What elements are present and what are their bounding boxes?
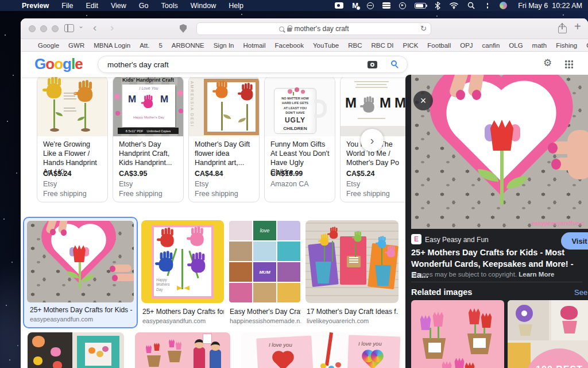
reload-icon[interactable]: ↻ xyxy=(420,24,427,33)
product-merchant: Etsy xyxy=(346,180,360,188)
shopping-card-1[interactable]: We're Growing Like a Flower / Hands Hand… xyxy=(37,76,108,202)
gear-icon[interactable]: ⚙ xyxy=(543,57,552,69)
close-window-button[interactable] xyxy=(29,25,36,32)
minimize-window-button[interactable] xyxy=(40,25,47,32)
collage-tile xyxy=(253,283,276,302)
result-caption[interactable]: 25+ Mothers Day Crafts for Kids - Mo... xyxy=(30,306,134,314)
share-icon[interactable] xyxy=(558,23,567,33)
menu-file[interactable]: File xyxy=(61,2,73,10)
result-caption[interactable]: 25+ Mothers Day Crafts for Ki... xyxy=(142,308,224,316)
bookmark-pick[interactable]: PICK xyxy=(403,42,418,49)
wifi-icon[interactable] xyxy=(449,0,459,11)
result-domain: easypeasyandfun.com xyxy=(30,316,134,323)
handprint-shape xyxy=(363,101,374,113)
related-image-1[interactable] xyxy=(411,300,504,368)
tulip-shape xyxy=(454,358,465,368)
address-bar[interactable]: mother's day craft ↻ xyxy=(196,22,431,35)
bookmark-rbcdi[interactable]: RBC DI xyxy=(371,42,393,49)
google-search-icon[interactable] xyxy=(391,60,397,66)
result-caption[interactable]: Easy Mother's Day Craf... xyxy=(230,308,301,316)
result-caption[interactable]: 17 Mother's Day Craft Ideas f... xyxy=(307,308,399,316)
google-logo[interactable]: Google xyxy=(34,55,83,73)
see-more-link[interactable]: See more xyxy=(574,288,588,297)
close-panel-button[interactable]: × xyxy=(413,91,433,110)
ribbon-shape xyxy=(325,332,333,366)
bookmark-rbc[interactable]: RBC xyxy=(348,42,362,49)
product-merchant: Etsy xyxy=(195,180,208,188)
result-thumbnail-selected[interactable] xyxy=(27,221,134,302)
sidebar-icon[interactable] xyxy=(64,24,74,32)
bookmark-youtube[interactable]: YouTube xyxy=(313,42,339,49)
bookmark-opj[interactable]: OPJ xyxy=(460,42,473,49)
bookmark-football[interactable]: Football xyxy=(427,42,451,49)
related-images-heading: Related images xyxy=(411,288,472,297)
result-thumbnail-2[interactable]: Happy Mothers Day xyxy=(141,220,224,303)
bookmark-hotmail[interactable]: Hotmail xyxy=(243,42,266,49)
bookmark-fishing[interactable]: Fishing xyxy=(556,42,577,49)
collage-tile xyxy=(229,221,252,240)
bluetooth-icon[interactable] xyxy=(435,0,440,11)
menu-tools[interactable]: Tools xyxy=(161,2,178,10)
menu-go[interactable]: Go xyxy=(139,2,149,10)
bookmark-signin[interactable]: Sign In xyxy=(214,42,234,49)
bookmark-5[interactable]: 5 xyxy=(158,42,162,49)
chevron-down-icon[interactable]: ⌄ xyxy=(78,22,84,29)
product-merchant: Amazon CA xyxy=(270,180,309,188)
result-thumbnail-4[interactable] xyxy=(305,220,399,303)
collage-tile xyxy=(277,283,300,302)
zoom-window-button[interactable] xyxy=(52,25,59,32)
globe-icon[interactable] xyxy=(367,0,374,11)
bookmark-gwr[interactable]: GWR xyxy=(68,42,84,49)
forward-button[interactable]: › xyxy=(110,22,114,33)
window-controls[interactable] xyxy=(29,25,59,32)
result-thumbnail-3[interactable]: love MUM xyxy=(229,220,301,303)
privacy-shield-icon[interactable] xyxy=(180,24,187,33)
spotlight-search-icon[interactable] xyxy=(467,0,475,11)
menu-window[interactable]: Window xyxy=(191,2,216,10)
music-recognition-icon[interactable] xyxy=(399,0,406,11)
google-apps-icon[interactable] xyxy=(564,60,573,68)
menu-view[interactable]: View xyxy=(111,2,126,10)
app-menu-preview[interactable]: Preview xyxy=(22,2,49,10)
preview-image[interactable]: easypeasyandfun.c xyxy=(411,75,588,229)
product-price: CA$5.24 xyxy=(43,170,71,178)
google-search-input[interactable]: mother's day craft xyxy=(98,56,408,73)
site-name[interactable]: Easy Peasy and Fun xyxy=(425,236,489,244)
new-tab-button[interactable]: + xyxy=(574,20,581,33)
back-button[interactable]: ‹ xyxy=(93,22,96,33)
pot-shape xyxy=(167,351,182,362)
selected-result-card[interactable]: 25+ Mothers Day Crafts for Kids - Mo... … xyxy=(23,217,138,328)
nail-shape xyxy=(50,229,56,235)
bookmark-mbna[interactable]: MBNA Login xyxy=(94,42,130,49)
shopping-card-3[interactable]: AMRENSIA DESI Mother's Day Gift flower i… xyxy=(188,76,260,202)
gmail-icon[interactable]: M xyxy=(352,0,358,11)
result-thumbnail-7[interactable]: I love you I love you xyxy=(241,332,403,368)
result-thumbnail-6[interactable] xyxy=(135,332,230,368)
siri-icon[interactable] xyxy=(500,0,507,11)
bookmark-olg[interactable]: OLG xyxy=(509,42,523,49)
bookmark-arbonne[interactable]: ARBONNE xyxy=(172,42,204,49)
battery-icon[interactable] xyxy=(415,0,426,11)
menu-edit[interactable]: Edit xyxy=(86,2,98,10)
bookmark-facebook[interactable]: Facebook xyxy=(274,42,304,49)
menu-help[interactable]: Help xyxy=(229,2,243,10)
shopping-card-4[interactable]: NO MATTER HOW HARD LIFE GETS AT LEAST YO… xyxy=(264,76,335,202)
bookmark-canfin[interactable]: canfin xyxy=(482,42,500,49)
camera-search-icon[interactable] xyxy=(368,61,377,68)
bookmark-math[interactable]: math xyxy=(532,42,547,49)
video-camera-icon[interactable] xyxy=(335,0,343,11)
related-image-2[interactable]: 100 BEST Mothers Day xyxy=(508,300,588,368)
next-results-button[interactable]: › xyxy=(361,129,384,152)
bookmark-att[interactable]: Att. xyxy=(140,42,149,49)
keyboard-icon[interactable] xyxy=(382,0,390,11)
google-header: Google mother's day craft ⚙ xyxy=(21,52,588,77)
handprint-shape xyxy=(159,258,173,272)
bookmark-google[interactable]: Google xyxy=(38,42,59,49)
learn-more-link[interactable]: Learn More xyxy=(519,271,554,278)
menubar-clock[interactable]: Fri May 6 10:22 AM xyxy=(518,2,582,10)
control-center-icon[interactable] xyxy=(483,2,491,9)
lock-icon xyxy=(287,28,292,32)
product-price: CA$16.99 xyxy=(270,170,303,178)
shopping-card-2[interactable]: Kids' Handprint Craft I Love You M M Hap… xyxy=(113,76,184,202)
result-thumbnail-5[interactable] xyxy=(28,332,124,368)
